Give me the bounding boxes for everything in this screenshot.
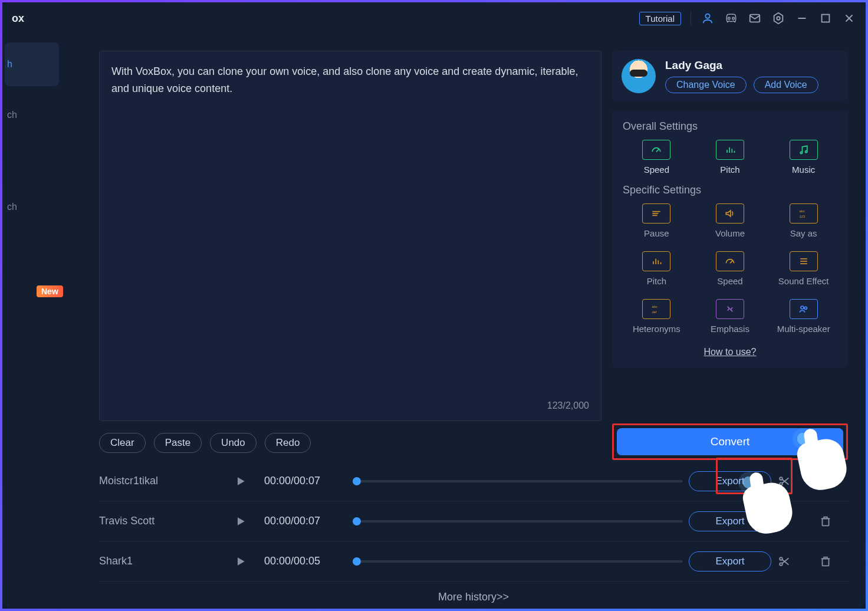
sidebar-item-new[interactable]: New (5, 259, 64, 297)
timecode: 00:00/00:07 (264, 475, 347, 487)
play-icon[interactable] (235, 515, 246, 527)
titlebar: ox Tutorial (5, 5, 863, 32)
specific-setting-emphasis[interactable]: Emphasis (696, 299, 764, 334)
users-icon (790, 299, 818, 319)
clear-button[interactable]: Clear (99, 433, 146, 453)
overall-setting-speed[interactable]: Speed (623, 140, 691, 175)
setting-label: Music (792, 165, 815, 175)
user-icon[interactable] (701, 11, 715, 25)
setting-label: Pitch (647, 276, 666, 286)
setting-label: Heteronyms (633, 324, 680, 334)
svg-marker-2 (774, 13, 783, 24)
volume-icon (716, 203, 744, 224)
settings-card: Overall Settings SpeedPitchMusic Specifi… (612, 111, 848, 368)
progress-slider[interactable] (353, 480, 683, 482)
more-history-link[interactable]: More history>> (99, 591, 848, 603)
svg-rect-43 (823, 518, 829, 525)
history-name: Moistcr1tikal (99, 475, 229, 487)
lines-icon (642, 203, 670, 224)
menu-icon (790, 251, 818, 271)
sidebar-item-label: ch (7, 110, 17, 120)
settings-icon[interactable] (771, 11, 785, 25)
arrows-icon (716, 299, 744, 319)
svg-point-13 (800, 152, 802, 153)
play-icon[interactable] (235, 556, 246, 567)
svg-point-14 (805, 151, 807, 153)
svg-text:abc: abc (799, 209, 804, 213)
specific-setting-pause[interactable]: Pause (623, 203, 691, 238)
play-icon[interactable] (235, 475, 246, 487)
new-badge: New (37, 285, 63, 297)
specific-setting-speed[interactable]: Speed (696, 251, 764, 286)
redo-button[interactable]: Redo (265, 433, 311, 453)
overall-setting-music[interactable]: Music (770, 140, 837, 175)
setting-label: Pitch (720, 165, 739, 175)
svg-point-46 (780, 563, 782, 566)
sidebar-item-label: ch (7, 202, 17, 212)
overall-setting-pitch[interactable]: Pitch (696, 140, 764, 175)
specific-setting-volume[interactable]: Volume (696, 203, 764, 238)
svg-marker-32 (238, 477, 245, 485)
history-row: Moistcr1tikal00:00/00:07Export (99, 461, 848, 501)
text-content[interactable]: With VoxBox, you can clone your own voic… (111, 63, 589, 398)
trash-icon[interactable] (818, 554, 833, 569)
export-button[interactable]: Export (689, 551, 771, 571)
gauge-icon (716, 251, 744, 271)
svg-text:def: def (652, 310, 657, 314)
paste-button[interactable]: Paste (154, 433, 202, 453)
sidebar-item-2[interactable]: ch (5, 185, 59, 229)
tutorial-button[interactable]: Tutorial (639, 12, 681, 25)
progress-slider[interactable] (353, 520, 683, 523)
sidebar-item-label: h (7, 59, 12, 70)
timecode: 00:00/00:07 (264, 515, 347, 527)
trash-icon[interactable] (818, 514, 833, 528)
setting-label: Pause (644, 228, 669, 238)
voice-name: Lady Gaga (665, 59, 839, 72)
sidebar-item-1[interactable]: ch (5, 93, 59, 137)
svg-text:123: 123 (799, 215, 805, 218)
setting-label: Speed (717, 276, 742, 286)
maximize-icon[interactable] (818, 11, 833, 25)
minimize-icon[interactable] (795, 11, 809, 25)
progress-slider[interactable] (353, 560, 683, 563)
sidebar: h ch ch New (5, 32, 64, 606)
cursor-hand-convert (795, 433, 848, 486)
setting-label: Say as (790, 228, 817, 238)
svg-marker-44 (238, 557, 245, 565)
bars-icon (642, 251, 670, 271)
setting-label: Sound Effect (778, 276, 829, 286)
svg-point-30 (801, 306, 804, 309)
cursor-hand-export (741, 477, 794, 530)
svg-point-0 (705, 14, 709, 18)
specific-setting-sound-effect[interactable]: Sound Effect (770, 251, 837, 286)
app-name: ox (12, 12, 24, 25)
setting-label: Multi-speaker (777, 324, 830, 334)
undo-button[interactable]: Undo (210, 433, 257, 453)
specific-setting-pitch[interactable]: Pitch (623, 251, 691, 286)
divider (691, 11, 691, 25)
setting-label: Speed (644, 165, 669, 175)
change-voice-button[interactable]: Change Voice (665, 77, 747, 93)
history-list: Moistcr1tikal00:00/00:07ExportTravis Sco… (99, 461, 848, 603)
specific-setting-multi-speaker[interactable]: Multi-speaker (770, 299, 837, 334)
svg-line-8 (656, 149, 659, 152)
text-input-card[interactable]: With VoxBox, you can clone your own voic… (99, 51, 601, 421)
mail-icon[interactable] (748, 11, 762, 25)
timecode: 00:00/00:05 (264, 555, 347, 567)
discord-icon[interactable] (724, 11, 738, 25)
how-to-use-link[interactable]: How to use? (623, 347, 837, 357)
overall-settings-title: Overall Settings (623, 120, 837, 133)
bars-icon (716, 140, 744, 160)
svg-marker-38 (238, 517, 245, 525)
specific-setting-heteronyms[interactable]: abcdefHeteronyms (623, 299, 691, 334)
sidebar-item-0[interactable]: h (5, 42, 59, 86)
add-voice-button[interactable]: Add Voice (754, 77, 818, 93)
gauge-icon (642, 140, 670, 160)
abcdef-icon: abcdef (642, 299, 670, 319)
avatar[interactable] (622, 59, 656, 93)
svg-point-31 (804, 307, 807, 309)
specific-settings-title: Specific Settings (623, 184, 837, 196)
scissors-icon[interactable] (777, 554, 791, 569)
close-icon[interactable] (842, 11, 856, 25)
specific-setting-say-as[interactable]: abc123Say as (770, 203, 837, 238)
